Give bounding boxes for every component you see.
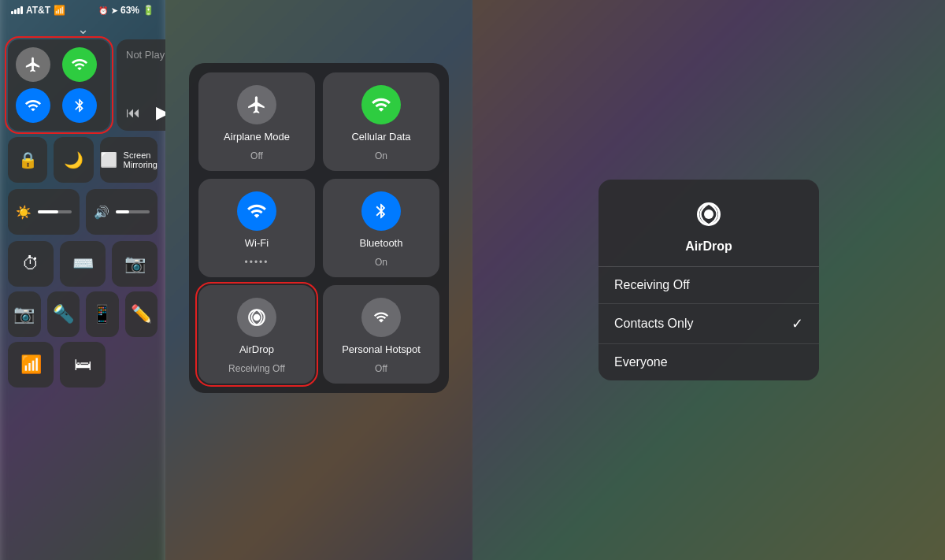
exp-cellular-icon: [361, 85, 401, 124]
swipe-indicator: ⌄: [0, 19, 165, 39]
panel-3-airdrop-menu: AirDrop Receiving Off Contacts Only ✓ Ev…: [472, 0, 945, 560]
wifi-status-icon: 📶: [54, 5, 65, 16]
exp-airdrop-icon: [237, 298, 276, 337]
signal-bar-2: [14, 9, 17, 14]
exp-hotspot-icon: [361, 298, 401, 337]
exp-wifi-label: Wi-Fi: [245, 237, 269, 250]
rewind-button[interactable]: ⏮: [126, 105, 140, 121]
exp-bluetooth-sub: On: [375, 257, 387, 268]
flashlight-button[interactable]: 🔦: [47, 291, 80, 337]
alarm-icon: ⏰: [98, 6, 108, 15]
exp-airdrop-label: AirDrop: [239, 343, 274, 357]
cc-container: Not Playing ⊙ ⏮ ▶ ⏭ 🔒 🌙 ⬜ Screen Mirrori…: [0, 39, 165, 388]
panel-2-expanded-cc: Airplane Mode Off Cellular Data On: [165, 0, 472, 560]
nfc-button[interactable]: 📶: [8, 342, 54, 388]
now-playing-header: Not Playing ⊙: [126, 47, 165, 62]
exp-airdrop-tile[interactable]: AirDrop Receiving Off: [198, 285, 315, 384]
volume-fill: [116, 210, 129, 213]
volume-slider[interactable]: 🔊: [86, 189, 158, 235]
signal-bar-4: [20, 6, 23, 14]
svg-point-3: [704, 210, 713, 219]
airdrop-card: AirDrop Receiving Off Contacts Only ✓ Ev…: [598, 180, 819, 380]
exp-bluetooth-tile[interactable]: Bluetooth On: [323, 179, 439, 277]
exp-airplane-icon: [237, 85, 276, 124]
expanded-cc-widget: Airplane Mode Off Cellular Data On: [189, 63, 449, 393]
cc-middle-row: 🔒 🌙 ⬜ Screen Mirroring: [8, 137, 158, 183]
wifi-button[interactable]: [16, 88, 50, 123]
portrait-lock-icon: 🔒: [18, 150, 38, 169]
timer-button[interactable]: ⏱: [8, 241, 54, 287]
airdrop-option-everyone[interactable]: Everyone: [598, 344, 819, 380]
now-playing-block: Not Playing ⊙ ⏮ ▶ ⏭: [117, 39, 165, 131]
status-bar: AT&T 📶 ⏰ ➤ 63% 🔋: [0, 0, 165, 19]
exp-wifi-tile[interactable]: Wi-Fi •••••: [198, 179, 315, 277]
battery-icon: 🔋: [143, 5, 154, 16]
volume-track: [116, 210, 150, 213]
brightness-slider[interactable]: ☀️: [8, 189, 80, 235]
playback-controls: ⏮ ▶ ⏭: [126, 102, 165, 123]
everyone-label: Everyone: [614, 355, 668, 369]
brightness-track: [38, 210, 72, 213]
camera-tile[interactable]: 📷: [112, 241, 158, 287]
exp-cellular-label: Cellular Data: [351, 131, 410, 144]
bottom-tiles-row3: 📶 🛏: [8, 342, 158, 388]
volume-icon: 🔊: [94, 205, 109, 220]
airdrop-title: AirDrop: [685, 239, 732, 254]
exp-hotspot-sub: Off: [375, 363, 387, 374]
navigation-icon: ➤: [111, 6, 117, 15]
battery-percent: 63%: [120, 5, 139, 16]
screen-mirror-icon: ⬜: [100, 151, 117, 169]
exp-airplane-sub: Off: [250, 150, 263, 161]
signal-bar-3: [17, 8, 20, 14]
exp-bluetooth-icon: [361, 191, 401, 231]
airdrop-option-contacts-only[interactable]: Contacts Only ✓: [598, 304, 819, 344]
panel-1-control-center: AT&T 📶 ⏰ ➤ 63% 🔋 ⌄: [0, 0, 165, 560]
signal-bar-1: [11, 11, 13, 14]
airdrop-option-receiving-off[interactable]: Receiving Off: [598, 267, 819, 304]
bottom-tiles-row2: 📷 🔦 📱 ✏️: [8, 291, 158, 337]
exp-hotspot-tile[interactable]: Personal Hotspot Off: [323, 285, 439, 384]
airdrop-header: AirDrop: [598, 180, 819, 267]
exp-airdrop-sub: Receiving Off: [228, 363, 285, 374]
portrait-lock-button[interactable]: 🔒: [8, 137, 47, 183]
screen-mirroring-button[interactable]: ⬜ Screen Mirroring: [100, 137, 158, 183]
contacts-only-checkmark: ✓: [791, 315, 803, 332]
brightness-fill: [38, 210, 58, 213]
airdrop-header-icon: [690, 195, 728, 233]
connectivity-block: [8, 39, 110, 131]
sliders-row: ☀️ 🔊: [8, 189, 158, 235]
qr-scan-button[interactable]: 📷: [8, 291, 41, 337]
bottom-tiles-row1: ⏱ ⌨️ 📷: [8, 241, 158, 287]
notes-button[interactable]: ✏️: [125, 291, 158, 337]
now-playing-label: Not Playing: [126, 49, 165, 61]
status-right: ⏰ ➤ 63% 🔋: [98, 5, 154, 16]
receiving-off-label: Receiving Off: [614, 278, 690, 292]
exp-cellular-tile[interactable]: Cellular Data On: [323, 72, 439, 171]
signal-bars: [11, 6, 23, 14]
sleep-button[interactable]: 🛏: [60, 342, 106, 388]
exp-wifi-icon: [237, 191, 276, 231]
screen-mirror-label: Screen Mirroring: [124, 150, 158, 169]
contacts-only-label: Contacts Only: [614, 317, 693, 331]
keyboard-button[interactable]: ⌨️: [60, 241, 106, 287]
cc-top-row: Not Playing ⊙ ⏮ ▶ ⏭: [8, 39, 158, 131]
carrier-label: AT&T: [26, 5, 50, 16]
do-not-disturb-button[interactable]: 🌙: [54, 137, 93, 183]
status-left: AT&T 📶: [11, 5, 65, 16]
remote-button[interactable]: 📱: [86, 291, 119, 337]
exp-cellular-sub: On: [375, 150, 387, 161]
brightness-icon: ☀️: [16, 205, 32, 220]
moon-icon: 🌙: [64, 150, 83, 169]
svg-point-1: [254, 313, 261, 321]
airdrop-menu-container: AirDrop Receiving Off Contacts Only ✓ Ev…: [472, 0, 945, 560]
exp-hotspot-label: Personal Hotspot: [342, 343, 421, 357]
exp-wifi-sub: •••••: [244, 257, 269, 268]
connectivity-grid: Airplane Mode Off Cellular Data On: [198, 72, 439, 384]
cellular-data-button[interactable]: [62, 47, 97, 82]
exp-bluetooth-label: Bluetooth: [360, 237, 403, 250]
airplane-mode-button[interactable]: [16, 47, 50, 82]
play-button[interactable]: ▶: [156, 102, 165, 123]
bluetooth-button[interactable]: [62, 88, 97, 123]
exp-airplane-label: Airplane Mode: [224, 131, 290, 144]
exp-airplane-mode-tile[interactable]: Airplane Mode Off: [198, 72, 315, 171]
